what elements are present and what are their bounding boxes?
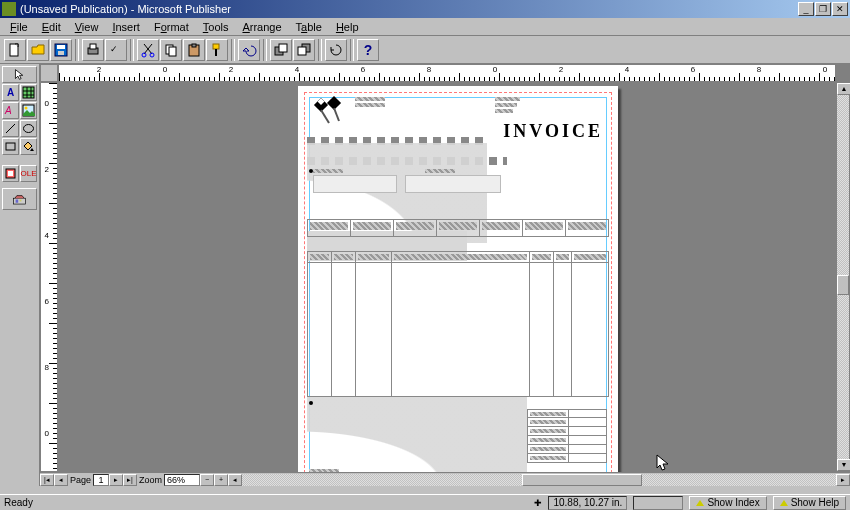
new-button[interactable]: [4, 39, 26, 61]
text-placeholder[interactable]: [355, 97, 385, 101]
show-index-button[interactable]: Show Index: [689, 496, 766, 510]
save-button[interactable]: [50, 39, 72, 61]
menu-insert[interactable]: Insert: [106, 20, 146, 34]
page-number[interactable]: 1: [93, 474, 109, 486]
rotate-button[interactable]: [325, 39, 347, 61]
scroll-left-button[interactable]: ◂: [228, 474, 242, 486]
cut-button[interactable]: [137, 39, 159, 61]
page-wizard-tool[interactable]: [2, 165, 19, 182]
vertical-ruler[interactable]: 024680: [40, 82, 58, 472]
bring-front-button[interactable]: [270, 39, 292, 61]
vertical-scrollbar[interactable]: ▲ ▼: [836, 82, 850, 472]
decorative-band[interactable]: [307, 157, 507, 165]
minimize-button[interactable]: _: [798, 2, 814, 16]
decorative-curve: [307, 397, 527, 472]
decorative-band[interactable]: [307, 137, 487, 145]
undo-button[interactable]: [238, 39, 260, 61]
copy-button[interactable]: [160, 39, 182, 61]
pointer-tool[interactable]: [2, 66, 37, 83]
print-button[interactable]: [82, 39, 104, 61]
svg-rect-13: [213, 44, 219, 49]
open-button[interactable]: [27, 39, 49, 61]
menu-tools[interactable]: Tools: [197, 20, 235, 34]
status-coords: 10.88, 10.27 in.: [548, 496, 627, 510]
document-page[interactable]: INVOICE: [298, 86, 618, 472]
line-items-table[interactable]: [307, 251, 609, 397]
text-placeholder[interactable]: [495, 109, 513, 113]
totals-table[interactable]: [527, 409, 607, 463]
text-placeholder[interactable]: [355, 103, 385, 107]
svg-rect-5: [90, 44, 96, 49]
insert-object-tool[interactable]: OLE: [20, 165, 37, 182]
label-placeholder[interactable]: [425, 169, 455, 173]
send-back-button[interactable]: [293, 39, 315, 61]
canvas-viewport[interactable]: INVOICE: [58, 82, 836, 472]
menu-table[interactable]: Table: [290, 20, 328, 34]
bullet-icon: [309, 401, 313, 405]
menu-view[interactable]: View: [69, 20, 105, 34]
svg-rect-10: [169, 47, 176, 56]
menu-format[interactable]: Format: [148, 20, 195, 34]
svg-rect-17: [298, 47, 306, 55]
tool-palette: A A OLE: [0, 64, 40, 486]
last-page-button[interactable]: ▸|: [123, 474, 137, 486]
design-gallery-tool[interactable]: [2, 188, 37, 210]
paste-button[interactable]: [183, 39, 205, 61]
next-page-button[interactable]: ▸: [109, 474, 123, 486]
status-ready: Ready: [4, 497, 33, 508]
menu-edit[interactable]: Edit: [36, 20, 67, 34]
show-help-button[interactable]: Show Help: [773, 496, 846, 510]
spelling-button[interactable]: ✓: [105, 39, 127, 61]
label-placeholder[interactable]: [313, 169, 343, 173]
svg-line-33: [321, 110, 329, 123]
svg-rect-29: [20, 199, 22, 201]
page-label: Page: [68, 475, 93, 485]
picture-tool[interactable]: [20, 102, 37, 119]
format-painter-button[interactable]: [206, 39, 228, 61]
box-tool[interactable]: [2, 138, 19, 155]
svg-rect-2: [57, 45, 65, 49]
horizontal-ruler[interactable]: 202468024680: [58, 64, 836, 82]
oval-tool[interactable]: [20, 120, 37, 137]
text-placeholder[interactable]: [495, 103, 517, 107]
menu-file[interactable]: File: [4, 20, 34, 34]
shapes-tool[interactable]: [20, 138, 37, 155]
first-page-button[interactable]: |◂: [40, 474, 54, 486]
wordart-tool[interactable]: A: [2, 102, 19, 119]
logo-placeholder[interactable]: [311, 95, 351, 125]
address-box[interactable]: [405, 175, 501, 193]
zoom-in-button[interactable]: +: [214, 474, 228, 486]
work-area: 202468024680 024680 INVOICE: [40, 64, 850, 486]
text-tool[interactable]: A: [2, 84, 19, 101]
zoom-out-button[interactable]: −: [200, 474, 214, 486]
text-placeholder[interactable]: [495, 97, 520, 101]
menu-help[interactable]: Help: [330, 20, 365, 34]
invoice-title[interactable]: INVOICE: [503, 121, 603, 142]
line-tool[interactable]: [2, 120, 19, 137]
ruler-origin[interactable]: [40, 64, 58, 82]
svg-rect-12: [192, 44, 196, 47]
page-nav-bar: |◂ ◂ Page 1 ▸ ▸| Zoom 66% − + ◂ ▸: [40, 472, 850, 486]
status-size: [633, 496, 683, 510]
maximize-button[interactable]: ❐: [815, 2, 831, 16]
help-button[interactable]: ?: [357, 39, 379, 61]
title-bar: (Unsaved Publication) - Microsoft Publis…: [0, 0, 850, 18]
svg-line-22: [6, 124, 15, 133]
svg-point-21: [25, 107, 28, 110]
prev-page-button[interactable]: ◂: [54, 474, 68, 486]
status-bar: Ready ✚ 10.88, 10.27 in. Show Index Show…: [0, 494, 850, 510]
zoom-label: Zoom: [137, 475, 164, 485]
address-box[interactable]: [313, 175, 397, 193]
table-tool[interactable]: [20, 84, 37, 101]
horizontal-scrollbar[interactable]: [242, 474, 836, 486]
scroll-right-button[interactable]: ▸: [836, 474, 850, 486]
app-icon: [2, 2, 16, 16]
menu-arrange[interactable]: Arrange: [236, 20, 287, 34]
zoom-value[interactable]: 66%: [164, 474, 200, 486]
close-button[interactable]: ✕: [832, 2, 848, 16]
info-table[interactable]: [307, 219, 609, 237]
svg-rect-15: [279, 44, 287, 52]
svg-rect-26: [8, 171, 13, 176]
window-title: (Unsaved Publication) - Microsoft Publis…: [20, 3, 798, 15]
svg-text:A: A: [4, 105, 12, 116]
